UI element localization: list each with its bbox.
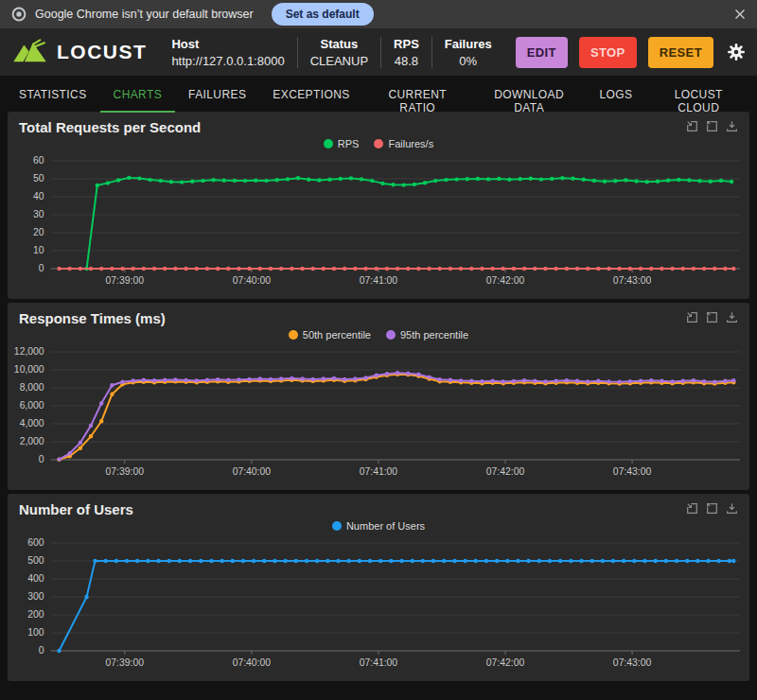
failures-value: 0% (445, 54, 492, 68)
tab-exceptions[interactable]: EXCEPTIONS (259, 79, 362, 113)
svg-text:07:41:00: 07:41:00 (360, 657, 398, 668)
svg-text:4,000: 4,000 (20, 418, 44, 429)
svg-text:07:39:00: 07:39:00 (106, 657, 145, 668)
svg-text:07:42:00: 07:42:00 (486, 466, 525, 477)
save-image-icon[interactable] (726, 502, 738, 515)
chart-title: Total Requests per Second (19, 119, 201, 135)
svg-text:07:42:00: 07:42:00 (486, 657, 525, 668)
legend-item-failures-s[interactable]: Failures/s (374, 138, 433, 149)
chart-toolbox (686, 501, 738, 515)
restore-icon[interactable] (706, 311, 718, 324)
svg-text:6,000: 6,000 (20, 400, 44, 411)
tab-download-data[interactable]: DOWNLOAD DATA (472, 79, 587, 126)
svg-text:07:41:00: 07:41:00 (360, 466, 398, 477)
svg-text:07:40:00: 07:40:00 (233, 275, 272, 286)
default-browser-message: Google Chrome isn’t your default browser (35, 8, 254, 21)
legend-item-number-of-users[interactable]: Number of Users (332, 520, 425, 532)
svg-text:07:43:00: 07:43:00 (613, 466, 652, 477)
tab-current-ratio[interactable]: CURRENT RATIO (363, 79, 472, 126)
svg-text:07:40:00: 07:40:00 (233, 466, 272, 477)
tab-failures[interactable]: FAILURES (175, 79, 259, 113)
users-chart-plot[interactable]: 010020030040050060007:39:0007:40:0007:41… (11, 534, 746, 679)
edit-button[interactable]: EDIT (516, 37, 568, 68)
legend-item-95th-percentile[interactable]: 95th percentile (386, 329, 468, 341)
legend-dot (374, 139, 383, 149)
locust-logo[interactable]: LOCUST (11, 39, 147, 65)
status-label: Status (310, 37, 368, 51)
svg-text:10: 10 (33, 245, 44, 255)
rps-label: RPS (394, 37, 419, 51)
brand-name: LOCUST (57, 41, 147, 63)
svg-text:07:41:00: 07:41:00 (360, 275, 398, 286)
rps-chart-plot[interactable]: 010203040506007:39:0007:40:0007:41:0007:… (11, 151, 746, 297)
rps-value: 48.8 (394, 54, 419, 68)
save-image-icon[interactable] (726, 311, 738, 324)
legend-item-50th-percentile[interactable]: 50th percentile (289, 329, 371, 341)
main-nav: STATISTICSCHARTSFAILURESEXCEPTIONSCURREN… (0, 76, 757, 112)
svg-text:2,000: 2,000 (20, 436, 44, 446)
stat-host: Host http://127.0.0.1:8000 (159, 37, 296, 68)
tab-statistics[interactable]: STATISTICS (6, 79, 100, 113)
svg-text:60: 60 (33, 155, 44, 166)
drag-zoom-icon[interactable] (686, 502, 698, 515)
chart-legend: Number of Users (11, 517, 746, 534)
legend-label: Failures/s (388, 138, 433, 149)
gear-icon[interactable] (727, 43, 746, 61)
host-label: Host (171, 37, 284, 51)
svg-text:07:42:00: 07:42:00 (486, 275, 525, 286)
svg-text:50: 50 (33, 173, 44, 184)
chart-card-response-times: Response Times (ms) 50th percentile95th … (8, 303, 749, 490)
svg-text:07:43:00: 07:43:00 (613, 275, 652, 286)
chart-title: Number of Users (19, 501, 133, 517)
svg-text:10,000: 10,000 (14, 364, 44, 375)
svg-text:40: 40 (33, 191, 44, 201)
svg-text:07:39:00: 07:39:00 (106, 466, 145, 477)
chart-legend: RPSFailures/s (11, 135, 746, 151)
stop-button[interactable]: STOP (579, 37, 637, 68)
svg-text:300: 300 (27, 591, 44, 602)
reset-button[interactable]: RESET (648, 37, 713, 68)
svg-text:400: 400 (27, 573, 44, 584)
restore-icon[interactable] (706, 502, 718, 515)
legend-dot (386, 330, 396, 340)
svg-text:100: 100 (27, 627, 44, 638)
svg-text:200: 200 (27, 609, 44, 620)
status-value: CLEANUP (310, 54, 368, 68)
host-value: http://127.0.0.1:8000 (171, 54, 284, 68)
svg-text:0: 0 (39, 645, 44, 656)
browser-infobar: Google Chrome isn’t your default browser… (0, 0, 757, 28)
close-icon[interactable] (734, 9, 746, 20)
svg-text:500: 500 (27, 555, 44, 566)
legend-dot (332, 521, 342, 531)
restore-icon[interactable] (706, 120, 718, 132)
chart-legend: 50th percentile95th percentile (11, 326, 746, 342)
svg-text:0: 0 (39, 263, 44, 273)
svg-text:07:40:00: 07:40:00 (233, 657, 272, 668)
svg-text:30: 30 (33, 209, 44, 219)
legend-label: Number of Users (346, 520, 425, 532)
legend-dot (289, 330, 298, 340)
chart-title: Response Times (ms) (19, 310, 166, 326)
response-times-chart-plot[interactable]: 02,0004,0006,0008,00010,00012,00007:39:0… (11, 342, 746, 488)
stat-failures: Failures 0% (431, 37, 504, 68)
chart-card-rps: Total Requests per Second RPSFailures/s … (8, 112, 749, 299)
chart-toolbox (686, 119, 738, 132)
failures-label: Failures (445, 37, 492, 51)
legend-item-rps[interactable]: RPS (324, 138, 360, 149)
legend-label: 95th percentile (400, 329, 468, 341)
svg-text:0: 0 (39, 454, 44, 464)
drag-zoom-icon[interactable] (686, 120, 698, 132)
main-content: Total Requests per Second RPSFailures/s … (0, 112, 757, 681)
svg-text:07:39:00: 07:39:00 (106, 275, 145, 286)
svg-text:600: 600 (27, 537, 44, 548)
legend-label: RPS (338, 138, 360, 149)
chart-card-users: Number of Users Number of Users 01002003… (8, 494, 749, 681)
drag-zoom-icon[interactable] (686, 311, 698, 324)
legend-label: 50th percentile (303, 329, 371, 341)
chart-toolbox (686, 310, 738, 324)
set-as-default-button[interactable]: Set as default (272, 3, 374, 26)
tab-charts[interactable]: CHARTS (100, 79, 176, 113)
tab-logs[interactable]: LOGS (587, 79, 646, 113)
save-image-icon[interactable] (726, 120, 738, 132)
chrome-icon (11, 7, 26, 22)
